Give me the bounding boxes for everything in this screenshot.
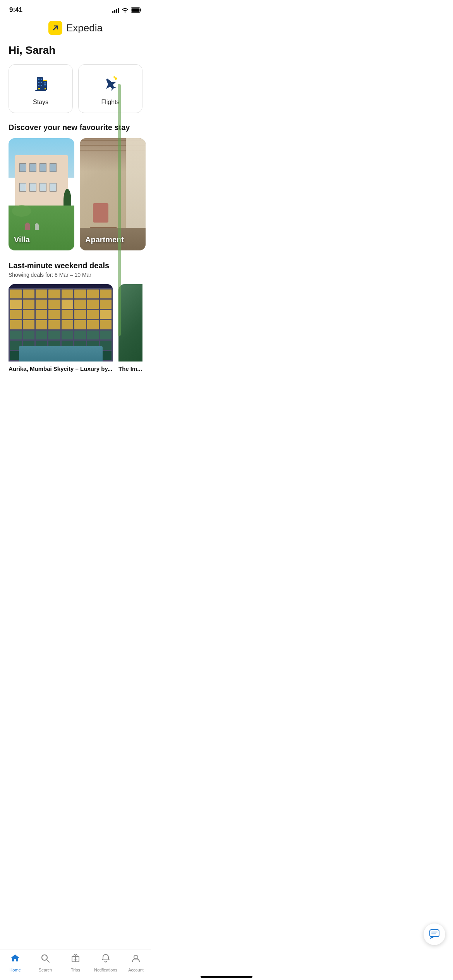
- svg-rect-16: [43, 80, 47, 81]
- svg-rect-17: [45, 88, 46, 89]
- stays-label: Stays: [33, 99, 48, 106]
- villa-label: Villa: [14, 235, 30, 244]
- signal-icon: [112, 7, 119, 13]
- svg-rect-13: [45, 82, 46, 84]
- svg-rect-10: [41, 85, 42, 86]
- svg-point-27: [113, 76, 115, 78]
- quick-access-section: Stays: [0, 64, 151, 123]
- status-icons: [112, 7, 142, 13]
- greeting-text: Hi, Sarah: [0, 40, 151, 64]
- battery-icon: [131, 7, 142, 13]
- status-bar: 9:41: [0, 0, 151, 17]
- villa-card[interactable]: Villa: [9, 138, 74, 250]
- deal-card-2-title: The Im...: [118, 362, 142, 373]
- apartment-card[interactable]: Apartment: [80, 138, 146, 250]
- flights-card[interactable]: Flights: [78, 64, 142, 113]
- deals-title: Last-minute weekend deals: [9, 261, 142, 270]
- svg-rect-7: [38, 82, 39, 83]
- discover-section-title: Discover your new favourite stay: [0, 123, 151, 138]
- deal-card-2[interactable]: The Im...: [118, 284, 142, 373]
- svg-rect-14: [44, 84, 45, 86]
- svg-rect-15: [45, 84, 46, 86]
- deals-scroll: Aurika, Mumbai Skycity – Luxury by... Th…: [9, 284, 142, 373]
- expedia-logo-arrow-icon: [51, 24, 60, 32]
- deal-card-1-image: [9, 284, 113, 362]
- app-name: Expedia: [66, 22, 103, 34]
- deals-subtitle: Showing deals for: 8 Mar – 10 Mar: [9, 272, 142, 278]
- flights-label: Flights: [101, 99, 119, 106]
- deal-card-2-image: [118, 284, 142, 362]
- app-header: Expedia: [0, 17, 151, 40]
- svg-rect-1: [132, 9, 140, 12]
- discover-scroll: Villa: [0, 138, 151, 261]
- expedia-logo: [48, 21, 62, 35]
- svg-point-26: [115, 77, 117, 80]
- deal-card-1-title: Aurika, Mumbai Skycity – Luxury by...: [9, 362, 113, 373]
- deal-card-1[interactable]: Aurika, Mumbai Skycity – Luxury by...: [9, 284, 113, 373]
- svg-rect-19: [35, 90, 46, 91]
- svg-rect-5: [38, 79, 39, 80]
- stays-card[interactable]: Stays: [9, 64, 73, 113]
- svg-rect-12: [44, 82, 45, 84]
- svg-rect-6: [41, 79, 42, 80]
- svg-rect-8: [41, 82, 42, 83]
- deals-section: Last-minute weekend deals Showing deals …: [0, 261, 151, 381]
- svg-rect-2: [141, 9, 142, 11]
- stays-icon: [30, 73, 51, 95]
- status-time: 9:41: [9, 6, 22, 14]
- svg-rect-9: [38, 85, 39, 86]
- wifi-icon: [122, 7, 129, 13]
- svg-rect-18: [38, 88, 40, 89]
